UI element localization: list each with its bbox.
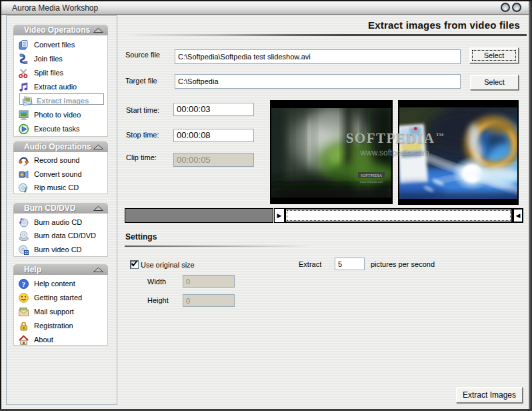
svg-text:www.softpedia.com: www.softpedia.com — [360, 180, 383, 183]
svg-text:SOFTPEDIA: SOFTPEDIA — [361, 173, 383, 177]
svg-text:?: ? — [22, 280, 26, 288]
